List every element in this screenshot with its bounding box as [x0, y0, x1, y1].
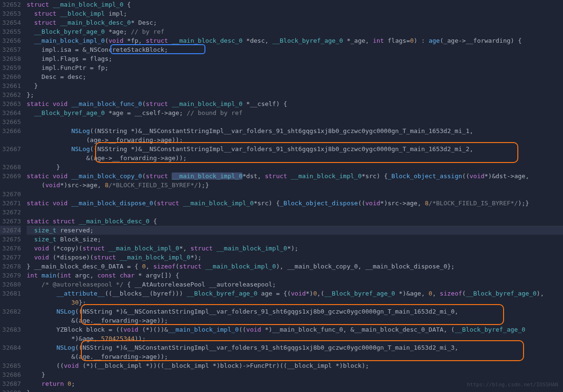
code-line[interactable]: NSLog((NSString *)&__NSConstantStringImp…: [27, 343, 563, 352]
line-number: [0, 135, 21, 144]
code-line[interactable]: }: [27, 163, 563, 172]
line-number: 32668: [0, 163, 21, 172]
code-line[interactable]: }: [27, 370, 563, 379]
line-number: 32657: [0, 45, 21, 54]
line-number: 32682: [0, 307, 21, 316]
line-number: [0, 334, 21, 343]
line-number: 32680: [0, 280, 21, 289]
code-line[interactable]: (void*)src->age, 8/*BLOCK_FIELD_IS_BYREF…: [27, 181, 563, 190]
code-line[interactable]: size_t Block_size;: [27, 235, 563, 244]
line-number: 32658: [0, 54, 21, 63]
line-number: 32671: [0, 199, 21, 208]
code-line[interactable]: }: [27, 81, 563, 90]
line-number: 32669: [0, 172, 21, 181]
code-line[interactable]: [27, 117, 563, 126]
code-line[interactable]: NSLog((NSString *)&__NSConstantStringImp…: [27, 126, 563, 135]
line-number: 32677: [0, 253, 21, 262]
line-number: 32674: [0, 226, 21, 235]
code-line[interactable]: /* @autoreleasepool */ { __AtAutorelease…: [27, 280, 563, 289]
line-number: 32656: [0, 36, 21, 45]
code-line[interactable]: [27, 190, 563, 199]
line-number: 32661: [0, 81, 21, 90]
code-line[interactable]: &(age.__forwarding->age));: [27, 316, 563, 325]
code-line[interactable]: Desc = desc;: [27, 72, 563, 81]
line-number-gutter: 3265232653326543265532656326573265832659…: [0, 0, 27, 392]
line-number: [0, 181, 21, 190]
code-line[interactable]: __attribute__((__blocks__(byref))) __Blo…: [27, 289, 563, 298]
line-number: 32659: [0, 63, 21, 72]
code-line[interactable]: impl.FuncPtr = fp;: [27, 63, 563, 72]
code-line[interactable]: static void __main_block_func_0(struct _…: [27, 99, 563, 108]
line-number: 32662: [0, 90, 21, 99]
line-number: [0, 316, 21, 325]
line-number: 32670: [0, 190, 21, 199]
watermark-text: https://blog.csdn.net/IOSSHAN: [467, 380, 558, 389]
line-number: 32663: [0, 99, 21, 108]
line-number: 32685: [0, 361, 21, 370]
line-number: 32660: [0, 72, 21, 81]
code-line[interactable]: &(age.__forwarding->age));: [27, 352, 563, 361]
line-number: 32686: [0, 370, 21, 379]
line-number: 32665: [0, 117, 21, 126]
code-line[interactable]: impl.Flags = flags;: [27, 54, 563, 63]
code-line[interactable]: } __main_block_desc_0_DATA = { 0, sizeof…: [27, 262, 563, 271]
line-number: 32652: [0, 0, 21, 9]
code-line[interactable]: struct __block_impl impl;: [27, 9, 563, 18]
line-number: [0, 352, 21, 361]
line-number: 32675: [0, 235, 21, 244]
code-line[interactable]: YZBlock block = ((void (*)())&__main_blo…: [27, 325, 563, 334]
line-number: [0, 153, 21, 163]
code-line[interactable]: struct __main_block_impl_0 {: [27, 0, 563, 9]
code-line[interactable]: 30};: [27, 298, 563, 307]
code-area[interactable]: struct __main_block_impl_0 { struct __bl…: [27, 0, 563, 392]
line-number: 32653: [0, 9, 21, 18]
line-number: 32664: [0, 108, 21, 117]
code-line[interactable]: NSLog((NSString *)&__NSConstantStringImp…: [27, 307, 563, 316]
code-editor[interactable]: 3265232653326543265532656326573265832659…: [0, 0, 563, 392]
code-line[interactable]: (age->__forwarding->age));: [27, 135, 563, 144]
line-number: 32655: [0, 27, 21, 36]
line-number: 32672: [0, 208, 21, 217]
line-number: 32666: [0, 126, 21, 135]
code-line[interactable]: __Block_byref_age_0 *age; // by ref: [27, 27, 563, 36]
line-number: [0, 298, 21, 307]
line-number: 32681: [0, 289, 21, 298]
line-number: 32676: [0, 244, 21, 253]
code-line[interactable]: };: [27, 90, 563, 99]
line-number: 32667: [0, 144, 21, 153]
code-line[interactable]: [27, 208, 563, 217]
line-number: 32678: [0, 262, 21, 271]
line-number: 32679: [0, 271, 21, 280]
code-line[interactable]: ((void (*)(__block_impl *))((__block_imp…: [27, 361, 563, 370]
line-number: 32683: [0, 325, 21, 334]
code-line[interactable]: &(age->__forwarding->age));: [27, 153, 563, 163]
code-line[interactable]: void (*copy)(struct __main_block_impl_0*…: [27, 244, 563, 253]
code-line[interactable]: size_t reserved;: [27, 226, 563, 235]
code-line[interactable]: static void __main_block_copy_0(struct _…: [27, 172, 563, 181]
code-line[interactable]: impl.isa = &_NSConcreteStackBlock;: [27, 45, 563, 54]
line-number: 32673: [0, 217, 21, 226]
line-number: 32687: [0, 379, 21, 388]
code-line[interactable]: __Block_byref_age_0 *age = __cself->age;…: [27, 108, 563, 117]
code-line[interactable]: void (*dispose)(struct __main_block_impl…: [27, 253, 563, 262]
code-line[interactable]: __main_block_impl_0(void *fp, struct __m…: [27, 36, 563, 45]
code-line[interactable]: struct __main_block_desc_0* Desc;: [27, 18, 563, 27]
line-number: 32688: [0, 388, 21, 392]
code-line[interactable]: static struct __main_block_desc_0 {: [27, 217, 563, 226]
line-number: 32654: [0, 18, 21, 27]
code-line[interactable]: *)&age, 570425344));: [27, 334, 563, 343]
code-line[interactable]: static void __main_block_dispose_0(struc…: [27, 199, 563, 208]
code-line[interactable]: NSLog((NSString *)&__NSConstantStringImp…: [27, 144, 563, 153]
line-number: 32684: [0, 343, 21, 352]
code-line[interactable]: int main(int argc, const char * argv[]) …: [27, 271, 563, 280]
